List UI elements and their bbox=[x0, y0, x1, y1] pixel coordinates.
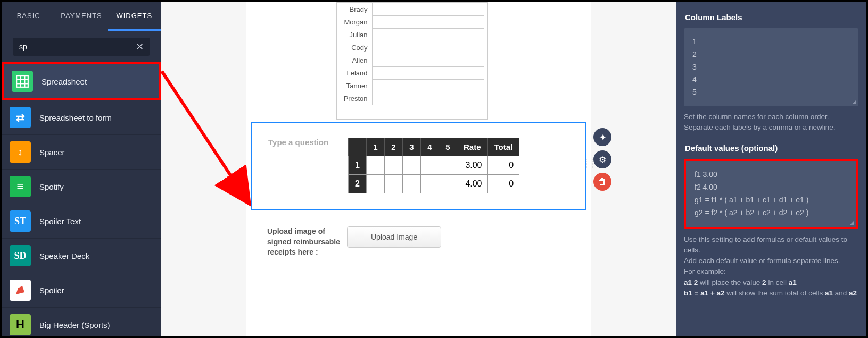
cell[interactable]: 3.00 bbox=[457, 156, 488, 175]
grid-cell[interactable] bbox=[404, 41, 420, 54]
grid-cell[interactable] bbox=[436, 54, 452, 67]
grid-cell[interactable] bbox=[468, 92, 484, 105]
widget-item-bh[interactable]: HBig Header (Sports) bbox=[2, 308, 161, 336]
widget-item-sd[interactable]: SDSpeaker Deck bbox=[2, 239, 161, 273]
grid-cell[interactable] bbox=[420, 41, 436, 54]
spreadsheet-widget-block[interactable]: Type a question 12345RateTotal13.00024.0… bbox=[251, 122, 586, 210]
grid-cell[interactable] bbox=[372, 80, 388, 92]
cell[interactable] bbox=[385, 156, 403, 175]
grid-cell[interactable] bbox=[404, 80, 420, 92]
grid-cell[interactable] bbox=[420, 16, 436, 29]
grid-cell[interactable] bbox=[420, 80, 436, 92]
upload-image-button[interactable]: Upload Image bbox=[347, 226, 441, 248]
grid-cell[interactable] bbox=[468, 3, 484, 16]
grid-cell[interactable] bbox=[404, 3, 420, 16]
cell[interactable] bbox=[421, 156, 439, 175]
grid-cell[interactable] bbox=[420, 29, 436, 41]
cell[interactable] bbox=[439, 175, 457, 193]
grid-cell[interactable] bbox=[452, 54, 468, 67]
widget-item-st[interactable]: STSpoiler Text bbox=[2, 204, 161, 239]
cell[interactable]: 4.00 bbox=[457, 175, 488, 193]
grid-cell[interactable] bbox=[452, 92, 468, 105]
upload-row: Upload image of signed reimbursable rece… bbox=[267, 226, 575, 258]
tab-widgets[interactable]: WIDGETS bbox=[108, 2, 161, 31]
gear-icon: ⚙ bbox=[599, 155, 606, 165]
grid-cell[interactable] bbox=[388, 3, 404, 16]
settings-button[interactable]: ⚙ bbox=[593, 150, 611, 168]
default-values-textarea[interactable]: f1 3.00f2 4.00g1 = f1 * ( a1 + b1 + c1 +… bbox=[684, 159, 858, 229]
wand-icon: ✦ bbox=[599, 132, 606, 142]
wand-button[interactable]: ✦ bbox=[593, 128, 611, 146]
grid-cell[interactable] bbox=[372, 16, 388, 29]
grid-cell[interactable] bbox=[436, 41, 452, 54]
grid-cell[interactable] bbox=[468, 80, 484, 92]
grid-cell[interactable] bbox=[436, 29, 452, 41]
widget-item-marker[interactable]: Spoiler bbox=[2, 273, 161, 308]
grid-cell[interactable] bbox=[468, 54, 484, 67]
grid-cell[interactable] bbox=[404, 67, 420, 80]
widget-item-spotify[interactable]: ≡Spotify bbox=[2, 170, 161, 204]
question-placeholder[interactable]: Type a question bbox=[268, 138, 348, 193]
tab-basic[interactable]: BASIC bbox=[2, 2, 55, 31]
grid-cell[interactable] bbox=[388, 92, 404, 105]
grid-cell[interactable] bbox=[436, 16, 452, 29]
grid-cell[interactable] bbox=[452, 80, 468, 92]
form-canvas: BradyMorganJulianCodyAllenLelandTannerPr… bbox=[161, 2, 676, 336]
grid-cell[interactable] bbox=[404, 92, 420, 105]
column-labels-textarea[interactable]: 12345 bbox=[684, 28, 858, 106]
grid-cell[interactable] bbox=[468, 41, 484, 54]
grid-cell[interactable] bbox=[436, 67, 452, 80]
cell[interactable] bbox=[385, 175, 403, 193]
delete-button[interactable]: 🗑 bbox=[593, 173, 611, 191]
cell[interactable] bbox=[421, 175, 439, 193]
grid-cell[interactable] bbox=[468, 67, 484, 80]
grid-cell[interactable] bbox=[372, 29, 388, 41]
grid-cell[interactable] bbox=[372, 54, 388, 67]
grid-cell[interactable] bbox=[436, 92, 452, 105]
tab-payments[interactable]: PAYMENTS bbox=[55, 2, 108, 31]
widget-item-stf[interactable]: ⇄Spreadsheet to form bbox=[2, 100, 161, 135]
grid-cell[interactable] bbox=[388, 80, 404, 92]
grid-cell[interactable] bbox=[452, 16, 468, 29]
grid-cell[interactable] bbox=[404, 54, 420, 67]
search-input[interactable] bbox=[19, 43, 136, 51]
grid-cell[interactable] bbox=[452, 41, 468, 54]
grid-cell[interactable] bbox=[388, 29, 404, 41]
grid-cell[interactable] bbox=[452, 3, 468, 16]
cell[interactable]: 0 bbox=[487, 156, 519, 175]
cell[interactable] bbox=[439, 156, 457, 175]
col-header: 5 bbox=[439, 138, 457, 156]
widget-list: Spreadsheet⇄Spreadsheet to form↕Spacer≡S… bbox=[2, 62, 161, 336]
grid-cell[interactable] bbox=[388, 41, 404, 54]
grid-cell[interactable] bbox=[372, 92, 388, 105]
grid-cell[interactable] bbox=[388, 54, 404, 67]
cell[interactable] bbox=[367, 175, 385, 193]
grid-cell[interactable] bbox=[388, 16, 404, 29]
sd-icon: SD bbox=[10, 245, 31, 266]
grid-cell[interactable] bbox=[436, 3, 452, 16]
grid-cell[interactable] bbox=[420, 92, 436, 105]
grid-cell[interactable] bbox=[452, 67, 468, 80]
resize-handle-icon[interactable] bbox=[849, 219, 854, 225]
grid-cell[interactable] bbox=[452, 29, 468, 41]
grid-cell[interactable] bbox=[436, 80, 452, 92]
widget-item-spreadsheet[interactable]: Spreadsheet bbox=[2, 62, 161, 100]
widget-item-spacer[interactable]: ↕Spacer bbox=[2, 135, 161, 170]
grid-cell[interactable] bbox=[468, 16, 484, 29]
grid-cell[interactable] bbox=[372, 41, 388, 54]
cell[interactable] bbox=[367, 156, 385, 175]
cell[interactable] bbox=[403, 175, 421, 193]
grid-cell[interactable] bbox=[420, 54, 436, 67]
resize-handle-icon[interactable] bbox=[851, 99, 856, 104]
grid-cell[interactable] bbox=[372, 3, 388, 16]
grid-cell[interactable] bbox=[372, 67, 388, 80]
grid-cell[interactable] bbox=[420, 67, 436, 80]
grid-cell[interactable] bbox=[404, 16, 420, 29]
grid-cell[interactable] bbox=[468, 29, 484, 41]
grid-cell[interactable] bbox=[388, 67, 404, 80]
cell[interactable] bbox=[403, 156, 421, 175]
cell[interactable]: 0 bbox=[487, 175, 519, 193]
grid-cell[interactable] bbox=[404, 29, 420, 41]
grid-cell[interactable] bbox=[420, 3, 436, 16]
clear-search-icon[interactable]: ✕ bbox=[136, 42, 144, 52]
